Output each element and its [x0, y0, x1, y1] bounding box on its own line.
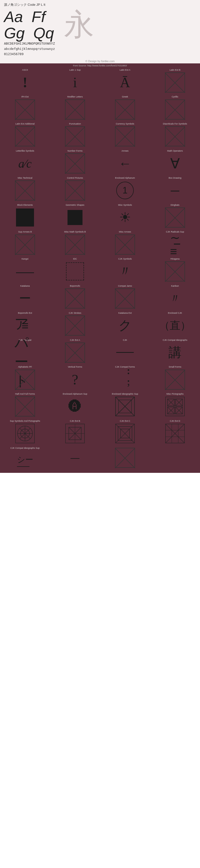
glyph-complex-pattern [165, 396, 185, 416]
glyph-cjk-ext-c-pattern [115, 424, 135, 443]
glyph-black-square [16, 209, 34, 226]
cell-cjk-symbols: CJK Symbols 〃 [100, 256, 150, 284]
cell-enclosed-alphanum: Enclosed Alphanum 1 [100, 176, 150, 203]
cell-small-forms: Small Forms [150, 365, 200, 392]
xbox-placeholder [115, 288, 135, 308]
cell-diacriticals: Diacriticals For Symbols [150, 122, 200, 149]
glyph-circled-1: 1 [116, 182, 134, 199]
cell-control-pictures: Control Pictures [50, 176, 100, 203]
xbox-placeholder [65, 315, 85, 336]
xbox-placeholder [65, 180, 85, 200]
cell-ascii: ASCII ! [0, 68, 50, 95]
glyph-sun: ☀ [119, 210, 131, 225]
cell-misc-symbols: Misc Symbols ☀ [100, 203, 150, 230]
glyph-approx: ∼̲≡ [170, 230, 180, 258]
glyph-colon-dots: ︓︔ [120, 369, 130, 391]
font-title: 源ノ角ゴシック Code JP L It [4, 2, 196, 7]
cell-enclosed-alphanum-sup: Enclosed Alphanum Sup 🅐 [50, 392, 100, 419]
glyph-equals-sign: ー [19, 290, 31, 306]
cell-sup-symbols-pictographs: Sup Symbols And Pictographs [0, 419, 50, 446]
xbox-placeholder [165, 99, 185, 120]
cell-punctuation: Punctuation [50, 122, 100, 149]
cell-idc: IDC [50, 256, 100, 284]
xbox-placeholder [15, 235, 35, 255]
glyph-long-dash [16, 272, 34, 273]
glyph-dashed-rect [66, 262, 84, 280]
cell-cjk-ext-a: CJK Ext A [50, 338, 100, 365]
cell-latin1sup: Latin 1 Sup i [50, 68, 100, 95]
cell-math-operators: Math Operators ∀ [150, 149, 200, 176]
cell-half-full-forms: Half And Full Forms [0, 392, 50, 419]
xbox-placeholder [15, 370, 35, 390]
xbox-placeholder [65, 126, 85, 146]
cell-empty-2 [100, 446, 150, 473]
glyph-circled-delta: 🅐 [69, 399, 81, 414]
cell-misc-pictographs: Misc Pictographs [150, 392, 200, 419]
glyph-small-dash: — [71, 453, 80, 463]
cell-greek: Greek [100, 94, 150, 122]
glyph-katakana-ku: ク [119, 317, 132, 334]
preview-cjk: 永 [64, 10, 94, 40]
glyph-black-square-small [68, 210, 82, 225]
cell-katakana: Katakana ー [0, 284, 50, 311]
cell-modifier-letters: Modifier Letters [50, 94, 100, 122]
cell-kangxi: Kangxi [0, 256, 50, 284]
cell-vertical-forms: Vertical Forms ? [50, 365, 100, 392]
cell-enclosed-cjk: Enclosed CJK （直） [150, 311, 200, 338]
digits: 0123456789 [4, 52, 196, 57]
cell-dingbats: Dingbats [150, 203, 200, 230]
cell-cjk-strokes: CJK Strokes [50, 311, 100, 338]
cell-cjk-ext-c: CJK Ext C [100, 419, 150, 446]
glyph-ornamental-pattern [15, 424, 35, 443]
glyph-ideographic-slash: 〃 [118, 262, 132, 281]
glyph-exclaim: ! [23, 74, 28, 90]
cell-cjk-compat: CJK Compat アパート [0, 338, 50, 365]
xbox-placeholder [115, 99, 135, 120]
xbox-placeholder [165, 370, 185, 390]
cell-box-drawing: Box Drawing ─ [150, 176, 200, 203]
unicode-chart: ASCII ! Latin 1 Sup i Latin Ext A Ā Lati… [0, 68, 200, 473]
cell-arrows: Arrows ← [100, 149, 150, 176]
cell-empty-3 [150, 446, 200, 473]
cell-empty-1: — [50, 446, 100, 473]
cell-cjk-compat-ideographs-sup: CJK Compat Ideographs Sup シー [0, 446, 50, 473]
cell-misc-math-b: Misc Math Symbols B [50, 229, 100, 256]
xbox-placeholder [165, 126, 185, 146]
font-source: Font Source: http://www.fontke.com/font/… [0, 63, 200, 68]
glyph-dotted-i: i [73, 74, 77, 90]
xbox-placeholder [15, 396, 35, 416]
glyph-corner-bracket: 〃 [169, 290, 181, 306]
glyph-question: ? [72, 371, 78, 388]
cell-latin-ext-a: Latin Ext A Ā [100, 68, 150, 95]
copyright: © Design by fontke.com [0, 59, 200, 63]
xbox-placeholder [115, 235, 135, 255]
xbox-placeholder [165, 261, 185, 281]
glyph-fraction: a⁄c [18, 157, 32, 170]
cell-cjk-compat-forms: CJK Compat Forms ︓︔ [100, 365, 150, 392]
glyph-kanji-tou: 講 [168, 344, 182, 361]
glyph-box-dash: ─ [171, 184, 179, 197]
cell-enclosed-ideographic-sup: Enclosed Ideographic Sup [100, 392, 150, 419]
alphabet-lower: abcdefghijklmnopqrstuvwxyz [4, 46, 196, 52]
cell-kanbun: Kanbun 〃 [150, 284, 200, 311]
glyph-forall: ∀ [170, 155, 180, 172]
glyph-small-cjk: シー [17, 454, 33, 467]
cell-number-forms: Number Forms [50, 149, 100, 176]
cell-bopomofo: Bopomofo [50, 284, 100, 311]
xbox-placeholder [65, 99, 85, 120]
xbox-placeholder [15, 126, 35, 146]
font-preview: Aa FfGg Qq 永 [4, 8, 196, 41]
xbox-placeholder [115, 126, 135, 146]
glyph-paren-bracket: （直） [159, 318, 191, 333]
cell-misc-arrows: Misc Arrows [100, 229, 150, 256]
glyph-cjk-ext-d-pattern [165, 424, 185, 443]
cell-currency-symbols: Currency Symbols [100, 122, 150, 149]
cell-compat-jamo: Compat Jamo [100, 284, 150, 311]
cell-misc-technical: Misc Technical [0, 176, 50, 203]
cell-sup-arrows-b: Sup Arrows B [0, 229, 50, 256]
xbox-placeholder [65, 153, 85, 174]
cell-cjk-ext-b: CJK Ext B [50, 419, 100, 446]
header-section: 源ノ角ゴシック Code JP L It Aa FfGg Qq 永 ABCDEF… [0, 0, 200, 59]
cell-katakana-ext: Katakana Ext ク [100, 311, 150, 338]
cell-cjk: CJK [100, 338, 150, 365]
